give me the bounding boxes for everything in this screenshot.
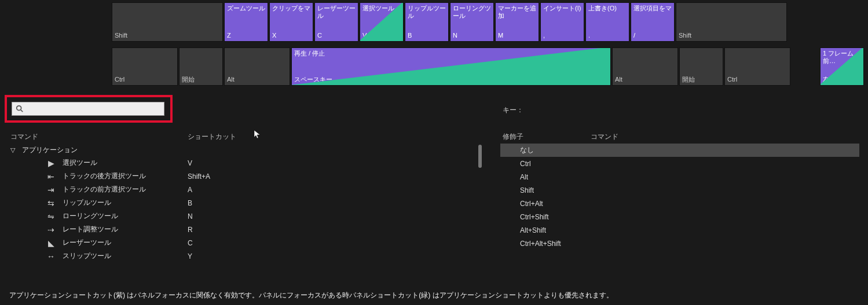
search-icon: [16, 105, 24, 113]
key-start-right[interactable]: 開始: [679, 47, 723, 86]
fwd-select-icon: ⇥: [45, 185, 57, 194]
key-left-arrow[interactable]: 1 フレーム前… 左: [820, 47, 864, 86]
rate-icon: ⇢: [45, 225, 57, 234]
scrollbar-thumb[interactable]: [478, 145, 482, 168]
command-row[interactable]: ⇢ レート調整ツール R: [8, 223, 483, 236]
key-shift-right[interactable]: Shift: [676, 2, 787, 42]
header-command: コマンド: [10, 132, 38, 142]
modifier-row[interactable]: Shift: [500, 183, 859, 197]
key-start-left[interactable]: 開始: [179, 47, 223, 86]
key-alt-right[interactable]: Alt: [612, 47, 678, 86]
command-row[interactable]: ⇤ トラックの後方選択ツール Shift+A: [8, 170, 483, 183]
search-highlight: [5, 95, 173, 123]
svg-line-1: [21, 110, 23, 112]
key-period[interactable]: 上書き(O).: [585, 2, 629, 42]
modifier-row[interactable]: Alt+Shift: [500, 223, 859, 237]
command-row[interactable]: ⇆ リップルツール B: [8, 196, 483, 210]
key-ctrl-left[interactable]: Ctrl: [112, 47, 178, 86]
modifier-list[interactable]: なし Ctrl Alt Shift Ctrl+Alt Ctrl+Shift Al…: [500, 144, 859, 250]
razor-icon: ◣: [45, 238, 57, 248]
modifier-row[interactable]: Ctrl+Shift: [500, 210, 859, 223]
svg-point-0: [17, 106, 21, 111]
command-row[interactable]: ⇄ スライドツール U: [8, 263, 483, 266]
key-shift-left[interactable]: Shift: [112, 2, 223, 42]
command-row[interactable]: ▶ 選択ツール V: [8, 156, 483, 170]
command-list[interactable]: ▽ アプリケーション ▶ 選択ツール V ⇤ トラックの後方選択ツール Shif…: [8, 144, 483, 266]
cursor-icon: [254, 130, 262, 141]
command-row[interactable]: ⇋ ローリングツール N: [8, 210, 483, 223]
key-space[interactable]: 再生 / 停止 スペースキー: [291, 47, 611, 86]
command-row[interactable]: ⇥ トラックの前方選択ツール A: [8, 183, 483, 196]
chevron-down-icon: ▽: [10, 146, 16, 154]
modifier-row[interactable]: Ctrl: [500, 157, 859, 170]
footer-hint: アプリケーションショートカット(紫) はパネルフォーカスに関係なく有効です。パネ…: [9, 291, 613, 300]
rolling-icon: ⇋: [45, 212, 57, 221]
select-tool-icon: ▶: [45, 159, 57, 168]
key-n[interactable]: ローリングツールN: [450, 2, 494, 42]
ripple-icon: ⇆: [45, 199, 57, 208]
key-slash[interactable]: 選択項目をマ/: [631, 2, 675, 42]
key-ctrl-right[interactable]: Ctrl: [724, 47, 790, 86]
back-select-icon: ⇤: [45, 172, 57, 181]
search-field[interactable]: [12, 102, 164, 116]
key-m[interactable]: マーカーを追加M: [495, 2, 539, 42]
modifier-row[interactable]: Ctrl+Alt: [500, 197, 859, 210]
key-x[interactable]: クリップをマX: [269, 2, 313, 42]
slip-icon: ↔: [45, 252, 57, 261]
modifier-row[interactable]: Alt: [500, 170, 859, 183]
key-v[interactable]: 選択ツールV: [360, 2, 404, 42]
command-row[interactable]: ↔ スリップツール Y: [8, 249, 483, 263]
keys-label: キー：: [503, 105, 523, 115]
key-b[interactable]: リップルツールB: [405, 2, 449, 42]
key-comma[interactable]: インサート(I),: [540, 2, 584, 42]
group-application[interactable]: ▽ アプリケーション: [8, 144, 483, 156]
slide-icon: ⇄: [45, 265, 57, 267]
header-shortcut: ショートカット: [188, 132, 236, 142]
command-row[interactable]: ◣ レーザーツール C: [8, 236, 483, 249]
modifier-row[interactable]: Ctrl+Alt+Shift: [500, 237, 859, 250]
key-c[interactable]: レーザーツールC: [314, 2, 358, 42]
header-command2: コマンド: [591, 132, 618, 142]
header-modifier: 修飾子: [503, 132, 523, 142]
group-label: アプリケーション: [22, 145, 78, 155]
key-z[interactable]: ズームツールZ: [224, 2, 268, 42]
modifier-row[interactable]: なし: [500, 144, 859, 157]
search-input[interactable]: [24, 105, 164, 113]
key-alt-left[interactable]: Alt: [224, 47, 290, 86]
